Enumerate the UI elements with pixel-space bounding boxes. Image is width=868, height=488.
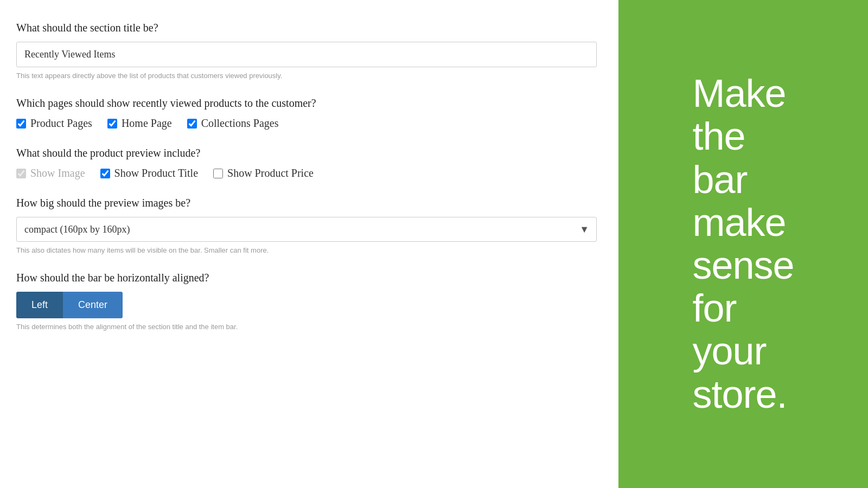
alignment-section: How should the bar be horizontally align… — [16, 272, 597, 331]
alignment-center-button[interactable]: Center — [63, 292, 123, 318]
image-size-hint: This also dictates how many items will b… — [16, 246, 597, 254]
pages-checkbox-group: Product Pages Home Page Collections Page… — [16, 117, 597, 130]
left-panel: What should the section title be? This t… — [0, 0, 618, 488]
pages-section: Which pages should show recently viewed … — [16, 97, 597, 130]
checkbox-item-product-pages[interactable]: Product Pages — [16, 117, 92, 130]
section-title-question: What should the section title be? — [16, 22, 597, 34]
image-size-section: How big should the preview images be? co… — [16, 197, 597, 254]
alignment-question: How should the bar be horizontally align… — [16, 272, 597, 284]
checkbox-label-show-image: Show Image — [30, 167, 85, 179]
section-title-hint: This text appears directly above the lis… — [16, 72, 597, 80]
checkbox-item-home-page[interactable]: Home Page — [107, 117, 172, 130]
sidebar-tagline: Makethebarmakesenseforyourstore. — [692, 72, 794, 416]
checkbox-label-home-page: Home Page — [122, 117, 172, 130]
checkbox-label-show-product-title: Show Product Title — [114, 167, 198, 179]
checkbox-item-show-product-title[interactable]: Show Product Title — [100, 167, 198, 179]
checkbox-home-page[interactable] — [107, 119, 117, 129]
image-size-select-wrapper: compact (160px by 160px) medium (240px b… — [16, 217, 597, 242]
checkbox-label-product-pages: Product Pages — [30, 117, 92, 130]
right-panel: Makethebarmakesenseforyourstore. — [618, 0, 868, 488]
alignment-button-group: Left Center — [16, 292, 597, 318]
preview-section: What should the product preview include?… — [16, 147, 597, 179]
checkbox-show-product-price[interactable] — [213, 169, 223, 178]
pages-question: Which pages should show recently viewed … — [16, 97, 597, 110]
section-title-input[interactable] — [16, 42, 597, 67]
section-title-section: What should the section title be? This t… — [16, 22, 597, 80]
image-size-question: How big should the preview images be? — [16, 197, 597, 209]
checkbox-label-show-product-price: Show Product Price — [227, 167, 314, 179]
checkbox-item-show-product-price[interactable]: Show Product Price — [213, 167, 314, 179]
checkbox-item-show-image: Show Image — [16, 167, 85, 179]
checkbox-item-collections-pages[interactable]: Collections Pages — [187, 117, 279, 130]
alignment-left-button[interactable]: Left — [16, 292, 63, 318]
checkbox-label-collections-pages: Collections Pages — [201, 117, 279, 130]
image-size-select[interactable]: compact (160px by 160px) medium (240px b… — [16, 217, 597, 242]
preview-checkbox-group: Show Image Show Product Title Show Produ… — [16, 167, 597, 179]
alignment-hint: This determines both the alignment of th… — [16, 323, 597, 331]
checkbox-product-pages[interactable] — [16, 119, 26, 129]
preview-question: What should the product preview include? — [16, 147, 597, 159]
checkbox-show-image — [16, 169, 26, 178]
checkbox-show-product-title[interactable] — [100, 169, 110, 178]
checkbox-collections-pages[interactable] — [187, 119, 197, 129]
